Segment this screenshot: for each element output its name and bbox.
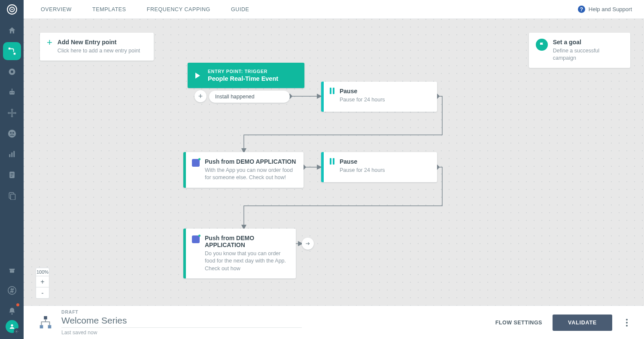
push1-sub: With the App you can now order food for …	[205, 167, 297, 182]
pause-icon	[330, 158, 334, 165]
svg-point-9	[12, 92, 14, 94]
push-node-2[interactable]: Push from DEMO APPLICATION Do you know t…	[183, 229, 296, 278]
svg-rect-25	[11, 153, 12, 157]
tab-frequency-capping[interactable]: FREQUENCY CAPPING	[147, 0, 210, 18]
notification-dot	[16, 303, 19, 306]
pause-icon	[330, 88, 334, 94]
flow-name-input[interactable]: Welcome Series	[61, 315, 302, 328]
nav-network-icon[interactable]	[3, 104, 21, 122]
zoom-out-button[interactable]: -	[36, 287, 49, 299]
svg-point-22	[10, 132, 12, 134]
flow-settings-button[interactable]: FLOW SETTINGS	[495, 320, 542, 326]
pause1-title: Pause	[340, 88, 430, 95]
pause-node-2[interactable]: Pause Pause for 24 hours	[321, 152, 437, 182]
push1-title: Push from DEMO APPLICATION	[205, 158, 297, 165]
entry-title: People Real-Time Event	[208, 75, 278, 82]
pause2-sub: Pause for 24 hours	[340, 167, 430, 174]
pause2-title: Pause	[340, 158, 430, 165]
nav-library-icon[interactable]	[3, 186, 21, 205]
help-link[interactable]: ? Help and Support	[578, 6, 632, 13]
push-icon	[192, 235, 200, 243]
svg-point-39	[11, 313, 12, 315]
goal-card[interactable]: Set a goal Define a successful campaign	[529, 33, 630, 68]
flow-tree-icon	[36, 314, 55, 332]
zoom-in-button[interactable]: +	[36, 276, 49, 287]
plus-icon: +	[47, 39, 52, 46]
validate-button[interactable]: VALIDATE	[553, 315, 612, 331]
svg-rect-32	[10, 194, 15, 200]
svg-rect-26	[13, 151, 15, 157]
push2-title: Push from DEMO APPLICATION	[205, 235, 289, 248]
pause-node-1[interactable]: Pause Pause for 24 hours	[321, 82, 437, 112]
svg-rect-3	[8, 48, 10, 50]
pause1-sub: Pause for 24 hours	[340, 96, 430, 104]
svg-point-11	[11, 89, 12, 90]
flow-canvas[interactable]: + Add New Entry point Click here to add …	[24, 19, 644, 305]
nav-store-icon[interactable]	[3, 261, 21, 279]
zoom-controls: 100% + -	[36, 268, 49, 299]
nav-users-icon[interactable]	[3, 125, 21, 143]
nav-hash-icon[interactable]	[3, 281, 21, 299]
push2-sub: Do you know that you can order food for …	[205, 250, 289, 272]
gear-icon	[14, 328, 20, 334]
svg-point-12	[11, 112, 13, 114]
flow-status: DRAFT	[61, 309, 302, 315]
play-icon	[195, 73, 200, 79]
nav-home-icon[interactable]	[3, 21, 21, 40]
svg-rect-24	[9, 154, 10, 157]
push-icon	[192, 159, 200, 167]
flag-icon	[536, 39, 548, 51]
entry-kicker: ENTRY POINT: TRIGGER	[208, 69, 278, 74]
svg-rect-7	[9, 91, 15, 95]
svg-point-8	[10, 92, 12, 94]
svg-rect-33	[10, 271, 14, 273]
goal-sub: Define a successful campaign	[553, 47, 623, 62]
top-bar: OVERVIEW TEMPLATES FREQUENCY CAPPING GUI…	[24, 0, 644, 19]
nav-analytics-icon[interactable]	[3, 145, 21, 163]
tab-overview[interactable]: OVERVIEW	[41, 0, 72, 18]
svg-point-15	[8, 112, 9, 113]
top-tabs: OVERVIEW TEMPLATES FREQUENCY CAPPING GUI…	[41, 0, 249, 18]
nav-doc-icon[interactable]	[3, 166, 21, 184]
help-icon: ?	[578, 6, 585, 13]
svg-rect-47	[44, 316, 47, 319]
svg-point-21	[8, 130, 15, 137]
help-label: Help and Support	[589, 6, 632, 12]
tab-guide[interactable]: GUIDE	[231, 0, 249, 18]
nav-robot-icon[interactable]	[3, 83, 21, 101]
svg-point-13	[11, 109, 12, 110]
add-condition-button[interactable]: +	[194, 90, 207, 102]
condition-chip[interactable]: Install happened	[209, 91, 290, 103]
nav-bell-icon[interactable]	[3, 302, 21, 320]
svg-point-40	[11, 324, 13, 327]
svg-rect-49	[48, 325, 52, 328]
flow-exit-button[interactable]	[302, 238, 314, 250]
zoom-percent: 100%	[36, 268, 49, 276]
svg-line-38	[12, 288, 13, 293]
svg-point-2	[11, 9, 12, 10]
svg-point-23	[12, 132, 14, 134]
svg-point-6	[11, 70, 13, 73]
svg-rect-48	[40, 325, 43, 328]
nav-flow-icon[interactable]	[3, 42, 21, 60]
app-logo[interactable]	[0, 0, 24, 19]
svg-point-34	[8, 287, 15, 294]
svg-rect-4	[13, 53, 15, 55]
goal-title: Set a goal	[553, 39, 623, 46]
push-node-1[interactable]: Push from DEMO APPLICATION With the App …	[183, 152, 304, 188]
add-entry-card[interactable]: + Add New Entry point Click here to add …	[40, 33, 154, 61]
add-entry-title: Add New Entry point	[58, 39, 140, 46]
user-avatar[interactable]	[6, 320, 18, 333]
entry-point-block[interactable]: ENTRY POINT: TRIGGER People Real-Time Ev…	[188, 63, 304, 88]
left-sidebar	[0, 0, 24, 339]
svg-point-16	[14, 112, 15, 113]
bottom-bar: DRAFT Welcome Series Last saved now FLOW…	[24, 305, 644, 339]
svg-line-37	[11, 288, 12, 293]
add-entry-sub: Click here to add a new entry point	[58, 47, 140, 55]
more-menu-button[interactable]	[623, 315, 631, 330]
svg-point-14	[11, 116, 12, 117]
last-saved: Last saved now	[61, 330, 302, 336]
tab-templates[interactable]: TEMPLATES	[92, 0, 126, 18]
svg-point-41	[16, 331, 17, 332]
nav-chat-icon[interactable]	[3, 63, 21, 81]
